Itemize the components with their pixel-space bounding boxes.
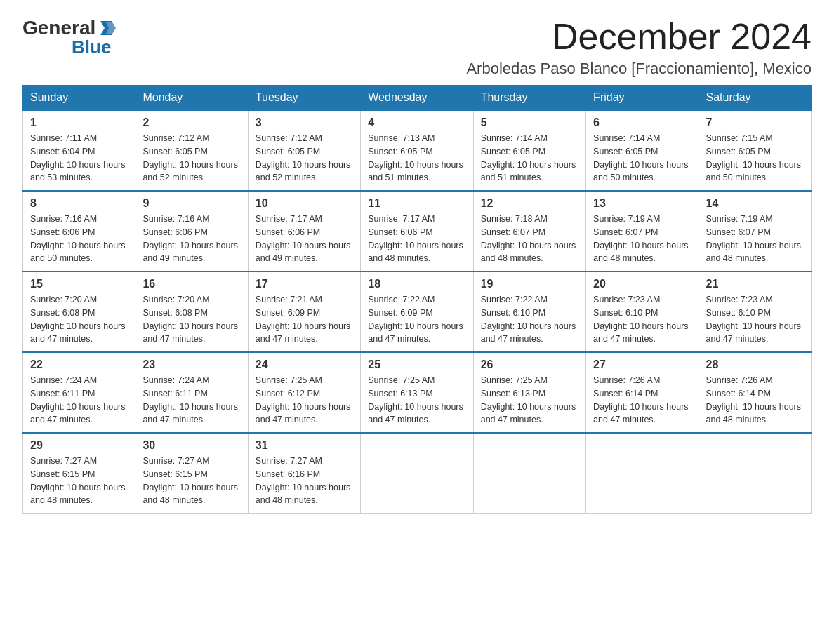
calendar-cell: 9 Sunrise: 7:16 AMSunset: 6:06 PMDayligh… xyxy=(135,191,248,271)
day-info: Sunrise: 7:25 AMSunset: 6:13 PMDaylight:… xyxy=(481,374,578,427)
day-info: Sunrise: 7:19 AMSunset: 6:07 PMDaylight:… xyxy=(593,213,691,265)
day-info: Sunrise: 7:25 AMSunset: 6:12 PMDaylight:… xyxy=(256,374,353,427)
day-number: 9 xyxy=(143,197,240,210)
day-info: Sunrise: 7:27 AMSunset: 6:15 PMDaylight:… xyxy=(30,455,128,507)
calendar-week-3: 15 Sunrise: 7:20 AMSunset: 6:08 PMDaylig… xyxy=(23,271,812,352)
day-info: Sunrise: 7:19 AMSunset: 6:07 PMDaylight:… xyxy=(706,213,804,265)
calendar-cell: 24 Sunrise: 7:25 AMSunset: 6:12 PMDaylig… xyxy=(248,352,360,433)
day-info: Sunrise: 7:27 AMSunset: 6:16 PMDaylight:… xyxy=(256,455,353,507)
day-info: Sunrise: 7:27 AMSunset: 6:15 PMDaylight:… xyxy=(143,455,240,507)
calendar-cell: 14 Sunrise: 7:19 AMSunset: 6:07 PMDaylig… xyxy=(699,191,811,271)
calendar-cell xyxy=(699,433,811,514)
day-number: 21 xyxy=(706,278,804,290)
day-info: Sunrise: 7:13 AMSunset: 6:05 PMDaylight:… xyxy=(368,132,465,185)
calendar-cell: 10 Sunrise: 7:17 AMSunset: 6:06 PMDaylig… xyxy=(248,191,360,271)
calendar-cell: 6 Sunrise: 7:14 AMSunset: 6:05 PMDayligh… xyxy=(586,110,699,191)
day-info: Sunrise: 7:26 AMSunset: 6:14 PMDaylight:… xyxy=(706,374,804,427)
day-info: Sunrise: 7:25 AMSunset: 6:13 PMDaylight:… xyxy=(368,374,465,427)
day-number: 6 xyxy=(593,116,691,129)
calendar-cell: 27 Sunrise: 7:26 AMSunset: 6:14 PMDaylig… xyxy=(586,352,699,433)
calendar-cell: 5 Sunrise: 7:14 AMSunset: 6:05 PMDayligh… xyxy=(473,110,585,191)
logo-blue-text: Blue xyxy=(72,36,111,58)
weekday-header-friday: Friday xyxy=(586,86,699,111)
calendar-cell: 3 Sunrise: 7:12 AMSunset: 6:05 PMDayligh… xyxy=(248,110,360,191)
calendar-cell: 15 Sunrise: 7:20 AMSunset: 6:08 PMDaylig… xyxy=(23,271,135,352)
weekday-header-thursday: Thursday xyxy=(473,86,585,111)
calendar-cell: 7 Sunrise: 7:15 AMSunset: 6:05 PMDayligh… xyxy=(699,110,811,191)
day-number: 22 xyxy=(30,358,128,371)
calendar-cell: 30 Sunrise: 7:27 AMSunset: 6:15 PMDaylig… xyxy=(135,433,248,514)
day-number: 2 xyxy=(143,116,240,129)
day-info: Sunrise: 7:14 AMSunset: 6:05 PMDaylight:… xyxy=(481,132,578,185)
weekday-header-wednesday: Wednesday xyxy=(361,86,473,111)
calendar-cell: 18 Sunrise: 7:22 AMSunset: 6:09 PMDaylig… xyxy=(361,271,473,352)
day-number: 3 xyxy=(256,116,353,129)
calendar-header: SundayMondayTuesdayWednesdayThursdayFrid… xyxy=(23,86,812,111)
day-info: Sunrise: 7:17 AMSunset: 6:06 PMDaylight:… xyxy=(256,213,353,265)
calendar-cell: 31 Sunrise: 7:27 AMSunset: 6:16 PMDaylig… xyxy=(248,433,360,514)
weekday-header-row: SundayMondayTuesdayWednesdayThursdayFrid… xyxy=(23,86,812,111)
day-number: 5 xyxy=(481,116,578,129)
day-info: Sunrise: 7:20 AMSunset: 6:08 PMDaylight:… xyxy=(30,293,128,346)
calendar-cell: 28 Sunrise: 7:26 AMSunset: 6:14 PMDaylig… xyxy=(699,352,811,433)
day-info: Sunrise: 7:16 AMSunset: 6:06 PMDaylight:… xyxy=(30,213,128,265)
weekday-header-monday: Monday xyxy=(135,86,248,111)
day-info: Sunrise: 7:12 AMSunset: 6:05 PMDaylight:… xyxy=(143,132,240,185)
day-number: 26 xyxy=(481,358,578,371)
calendar-body: 1 Sunrise: 7:11 AMSunset: 6:04 PMDayligh… xyxy=(23,110,812,514)
day-number: 12 xyxy=(481,197,578,210)
day-number: 18 xyxy=(368,278,465,290)
day-number: 23 xyxy=(143,358,240,371)
day-info: Sunrise: 7:17 AMSunset: 6:06 PMDaylight:… xyxy=(368,213,465,265)
day-number: 15 xyxy=(30,278,128,290)
day-info: Sunrise: 7:18 AMSunset: 6:07 PMDaylight:… xyxy=(481,213,578,265)
day-number: 13 xyxy=(593,197,691,210)
day-info: Sunrise: 7:24 AMSunset: 6:11 PMDaylight:… xyxy=(143,374,240,427)
day-info: Sunrise: 7:11 AMSunset: 6:04 PMDaylight:… xyxy=(30,132,128,185)
day-info: Sunrise: 7:26 AMSunset: 6:14 PMDaylight:… xyxy=(593,374,691,427)
day-info: Sunrise: 7:21 AMSunset: 6:09 PMDaylight:… xyxy=(256,293,353,346)
day-number: 31 xyxy=(256,439,353,452)
day-number: 8 xyxy=(30,197,128,210)
calendar-cell xyxy=(586,433,699,514)
day-info: Sunrise: 7:23 AMSunset: 6:10 PMDaylight:… xyxy=(593,293,691,346)
calendar-cell: 26 Sunrise: 7:25 AMSunset: 6:13 PMDaylig… xyxy=(473,352,585,433)
day-info: Sunrise: 7:22 AMSunset: 6:10 PMDaylight:… xyxy=(481,293,578,346)
calendar-cell: 19 Sunrise: 7:22 AMSunset: 6:10 PMDaylig… xyxy=(473,271,585,352)
calendar-cell: 23 Sunrise: 7:24 AMSunset: 6:11 PMDaylig… xyxy=(135,352,248,433)
calendar-cell: 13 Sunrise: 7:19 AMSunset: 6:07 PMDaylig… xyxy=(586,191,699,271)
weekday-header-tuesday: Tuesday xyxy=(248,86,360,111)
calendar-cell: 12 Sunrise: 7:18 AMSunset: 6:07 PMDaylig… xyxy=(473,191,585,271)
calendar-week-4: 22 Sunrise: 7:24 AMSunset: 6:11 PMDaylig… xyxy=(23,352,812,433)
calendar-cell xyxy=(361,433,473,514)
day-number: 19 xyxy=(481,278,578,290)
day-number: 10 xyxy=(256,197,353,210)
header: General Blue December 2024 Arboledas Pas… xyxy=(22,17,812,78)
day-number: 25 xyxy=(368,358,465,371)
calendar-cell: 21 Sunrise: 7:23 AMSunset: 6:10 PMDaylig… xyxy=(699,271,811,352)
calendar-table: SundayMondayTuesdayWednesdayThursdayFrid… xyxy=(22,85,812,514)
location-title: Arboledas Paso Blanco [Fraccionamiento],… xyxy=(466,60,812,78)
weekday-header-saturday: Saturday xyxy=(699,86,811,111)
weekday-header-sunday: Sunday xyxy=(23,86,135,111)
logo-line2: Blue xyxy=(22,36,111,58)
calendar-week-2: 8 Sunrise: 7:16 AMSunset: 6:06 PMDayligh… xyxy=(23,191,812,271)
day-number: 28 xyxy=(706,358,804,371)
calendar-cell: 25 Sunrise: 7:25 AMSunset: 6:13 PMDaylig… xyxy=(361,352,473,433)
calendar-cell: 2 Sunrise: 7:12 AMSunset: 6:05 PMDayligh… xyxy=(135,110,248,191)
calendar-week-5: 29 Sunrise: 7:27 AMSunset: 6:15 PMDaylig… xyxy=(23,433,812,514)
day-number: 20 xyxy=(593,278,691,290)
calendar-cell: 29 Sunrise: 7:27 AMSunset: 6:15 PMDaylig… xyxy=(23,433,135,514)
calendar-cell: 8 Sunrise: 7:16 AMSunset: 6:06 PMDayligh… xyxy=(23,191,135,271)
month-title: December 2024 xyxy=(466,17,812,57)
calendar-cell xyxy=(473,433,585,514)
day-number: 29 xyxy=(30,439,128,452)
day-number: 24 xyxy=(256,358,353,371)
title-area: December 2024 Arboledas Paso Blanco [Fra… xyxy=(466,17,812,78)
day-number: 16 xyxy=(143,278,240,290)
calendar-cell: 20 Sunrise: 7:23 AMSunset: 6:10 PMDaylig… xyxy=(586,271,699,352)
calendar-cell: 22 Sunrise: 7:24 AMSunset: 6:11 PMDaylig… xyxy=(23,352,135,433)
day-info: Sunrise: 7:16 AMSunset: 6:06 PMDaylight:… xyxy=(143,213,240,265)
day-info: Sunrise: 7:20 AMSunset: 6:08 PMDaylight:… xyxy=(143,293,240,346)
day-number: 27 xyxy=(593,358,691,371)
